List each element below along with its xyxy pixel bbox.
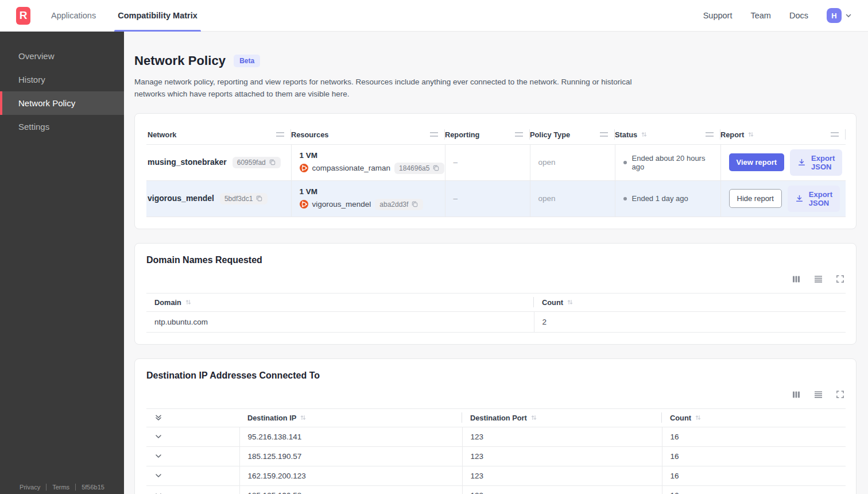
domain-table: Domain Count ntp.ubuntu.com 2: [146, 293, 846, 333]
card-title: Destination IP Addresses Connected To: [146, 370, 844, 381]
network-name: vigorous_mendel: [148, 194, 214, 203]
col-header-domain: Domain: [146, 293, 534, 311]
count-value: 16: [662, 427, 846, 446]
chevron-down-icon[interactable]: [154, 433, 164, 441]
hide-report-button[interactable]: Hide report: [729, 189, 782, 208]
sidebar: Overview History Network Policy Settings…: [0, 32, 124, 494]
drag-handle-icon[interactable]: [276, 132, 284, 137]
status-dot-icon: [623, 197, 627, 200]
sidebar-item-network-policy[interactable]: Network Policy: [0, 91, 124, 115]
col-header-destination-ip: Destination IP: [239, 408, 462, 427]
network-table: Network Resources Reporting Policy Type …: [146, 125, 846, 217]
domain-names-card: Domain Names Requested Domain Count ntp.…: [134, 243, 857, 345]
sidebar-item-settings[interactable]: Settings: [0, 115, 124, 138]
sort-icon[interactable]: [300, 414, 307, 421]
chevron-down-icon[interactable]: [154, 491, 164, 494]
resource-hash-badge: aba2dd3f: [375, 199, 423, 210]
sort-icon[interactable]: [567, 299, 574, 306]
network-row: musing_stonebraker60959fad 1 VMcompassio…: [146, 144, 846, 180]
destination-ip-value: 95.216.138.141: [239, 427, 462, 446]
drag-handle-icon[interactable]: [430, 132, 438, 137]
destination-row: 185.125.190.57 123 16: [146, 446, 846, 466]
status-value: Ended about 20 hours ago: [623, 154, 712, 171]
drag-handle-icon[interactable]: [706, 132, 714, 137]
chevron-down-icon[interactable]: [154, 472, 164, 480]
destination-row: 95.216.138.141 123 16: [146, 427, 846, 446]
double-chevron-down-icon[interactable]: [154, 414, 164, 422]
drag-handle-icon[interactable]: [831, 132, 839, 137]
nav-link-team[interactable]: Team: [750, 11, 770, 20]
col-header-count: Count: [662, 408, 846, 427]
domain-value: ntp.ubuntu.com: [146, 311, 534, 332]
user-menu[interactable]: H: [827, 8, 852, 23]
tab-applications[interactable]: Applications: [50, 0, 97, 32]
network-policy-card: Network Resources Reporting Policy Type …: [134, 113, 857, 229]
download-icon: [797, 158, 806, 167]
resource-name: compassionate_raman: [312, 164, 391, 172]
copy-icon[interactable]: [255, 195, 263, 202]
sort-icon[interactable]: [641, 131, 648, 138]
destination-port-value: 123: [462, 485, 662, 494]
destination-row: 185.125.190.58 123 16: [146, 485, 846, 494]
col-header-network: Network: [146, 125, 291, 145]
columns-icon[interactable]: [792, 275, 801, 284]
row-density-icon[interactable]: [813, 275, 823, 284]
sort-icon[interactable]: [747, 131, 754, 138]
fullscreen-icon[interactable]: [836, 390, 844, 399]
sort-icon[interactable]: [185, 299, 192, 306]
copy-icon[interactable]: [269, 159, 276, 166]
destination-ip-value: 185.125.190.57: [239, 446, 462, 466]
col-header-expand: [146, 408, 239, 427]
sidebar-item-history[interactable]: History: [0, 68, 124, 91]
app-logo[interactable]: R: [16, 7, 30, 25]
top-nav: R Applications Compatibility Matrix Supp…: [0, 0, 868, 32]
drag-handle-icon[interactable]: [515, 132, 523, 137]
table-toolbar: [146, 390, 844, 399]
sort-icon[interactable]: [530, 414, 537, 421]
reporting-value: –: [445, 144, 530, 180]
status-value: Ended 1 day ago: [623, 194, 712, 203]
tab-compatibility-matrix[interactable]: Compatibility Matrix: [117, 0, 199, 32]
table-toolbar: [146, 275, 844, 284]
card-title: Domain Names Requested: [146, 255, 844, 265]
sort-icon[interactable]: [695, 414, 702, 421]
copy-icon[interactable]: [411, 200, 418, 208]
export-json-button[interactable]: Export JSON: [788, 186, 840, 212]
chevron-down-icon: [845, 12, 852, 19]
fullscreen-icon[interactable]: [836, 275, 844, 284]
avatar: H: [827, 8, 842, 23]
policy-type-value: open: [530, 144, 615, 180]
terms-link[interactable]: Terms: [52, 484, 69, 491]
count-value: 2: [534, 311, 846, 332]
destination-port-value: 123: [462, 466, 662, 485]
sidebar-item-overview[interactable]: Overview: [0, 44, 124, 68]
destination-table: Destination IP Destination Port Count 95…: [146, 408, 846, 494]
main-tabs: Applications Compatibility Matrix: [50, 0, 199, 32]
chevron-down-icon[interactable]: [154, 452, 164, 460]
col-header-resources: Resources: [291, 125, 445, 145]
destination-ip-value: 185.125.190.58: [239, 485, 462, 494]
privacy-link[interactable]: Privacy: [20, 484, 40, 491]
main-content: Network Policy Beta Manage network polic…: [124, 32, 868, 494]
destination-ip-value: 162.159.200.123: [239, 466, 462, 485]
policy-type-value: open: [530, 180, 615, 217]
destination-row: 162.159.200.123 123 16: [146, 466, 846, 485]
columns-icon[interactable]: [792, 390, 801, 399]
resource-name: vigorous_mendel: [312, 200, 371, 209]
status-dot-icon: [623, 161, 627, 164]
nav-link-support[interactable]: Support: [703, 11, 733, 20]
col-header-reporting: Reporting: [445, 125, 530, 145]
resource-count: 1 VM: [300, 151, 437, 160]
destination-port-value: 123: [462, 446, 662, 466]
view-report-button[interactable]: View report: [729, 153, 785, 171]
row-density-icon[interactable]: [813, 390, 823, 399]
copy-icon[interactable]: [432, 164, 440, 172]
nav-link-docs[interactable]: Docs: [789, 11, 808, 20]
version-label: 5f56b15: [82, 484, 104, 491]
ubuntu-icon: [300, 164, 308, 172]
export-json-button[interactable]: Export JSON: [790, 149, 842, 176]
page-title: Network Policy: [134, 53, 226, 68]
network-row: vigorous_mendel5bdf3dc1 1 VMvigorous_men…: [146, 180, 846, 217]
drag-handle-icon[interactable]: [600, 132, 608, 137]
download-icon: [795, 194, 804, 203]
